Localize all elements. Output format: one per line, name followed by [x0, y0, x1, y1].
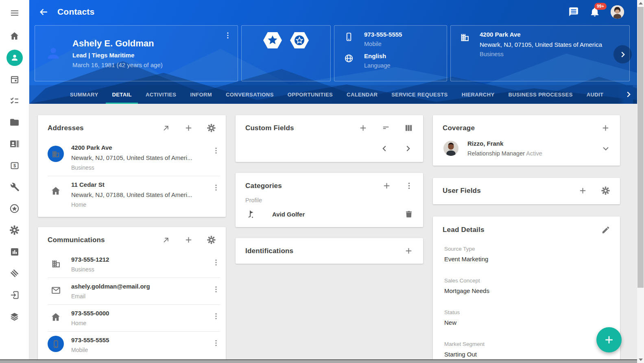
three-dot-menu-icon — [212, 339, 220, 347]
tab-hierarchy[interactable]: HIERARCHY — [455, 85, 502, 104]
three-dot-menu-icon — [224, 31, 232, 39]
page-previous-icon[interactable] — [380, 144, 389, 153]
lead-field-label: Status — [444, 309, 609, 315]
back-arrow-icon — [39, 7, 49, 17]
coverage-avatar — [443, 141, 458, 156]
columns-icon[interactable] — [404, 123, 413, 133]
envelope-icon — [51, 285, 61, 295]
communication-type: Home — [71, 320, 212, 326]
tab-audit[interactable]: AUDIT — [580, 85, 611, 104]
sidebar-item-tasks[interactable] — [0, 90, 29, 112]
contact-overflow-menu[interactable] — [224, 31, 232, 39]
back-button[interactable] — [39, 7, 49, 17]
scrollbar-up-button[interactable] — [637, 0, 644, 7]
lead-field-value: New — [444, 319, 609, 326]
tab-business-processes[interactable]: BUSINESS PROCESSES — [502, 85, 580, 104]
primary-address: 4200 Park Ave Newark, NJ, 07105, United … — [460, 31, 629, 57]
page-scrollbar[interactable] — [637, 0, 644, 363]
add-record-fab[interactable] — [596, 327, 622, 352]
open-list-icon[interactable] — [162, 236, 170, 245]
tab-summary[interactable]: SUMMARY — [63, 85, 105, 104]
add-custom-field-icon[interactable] — [358, 123, 368, 133]
sidebar-item-settings[interactable] — [0, 219, 29, 241]
lead-field-label: Sales Concept — [444, 278, 609, 284]
star-circle-hexagon-badge[interactable] — [290, 32, 309, 49]
add-communication-icon[interactable] — [184, 235, 193, 245]
primary-address-card: 4200 Park Ave Newark, NJ, 07105, United … — [450, 25, 630, 81]
add-user-field-icon[interactable] — [578, 186, 587, 195]
coverage-list-item[interactable]: Rizzo, Frank Relationship Manager Active — [433, 138, 620, 166]
add-category-icon[interactable] — [382, 181, 391, 190]
tab-service-requests[interactable]: SERVICE REQUESTS — [384, 85, 454, 104]
communication-list-item[interactable]: 973-555-1212 Business — [48, 251, 220, 278]
coverage-card: Coverage Rizzo, Frank Relationship Manag… — [433, 115, 620, 166]
coverage-expand-button[interactable] — [601, 144, 610, 153]
address-list-item[interactable]: 11 Cedar St Newark, NJ, 07188, United St… — [48, 176, 220, 213]
sort-icon[interactable] — [381, 123, 391, 133]
open-list-icon[interactable] — [162, 124, 170, 133]
phone-label: Mobile — [364, 41, 402, 47]
sidebar-item-tools[interactable] — [0, 176, 29, 198]
communication-row-menu[interactable] — [212, 312, 220, 320]
tab-conversations[interactable]: CONVERSATIONS — [219, 85, 281, 104]
categories-menu-icon[interactable] — [405, 182, 413, 190]
add-address-icon[interactable] — [184, 123, 193, 133]
addresses-settings-icon[interactable] — [207, 123, 216, 133]
communication-list-item[interactable]: 973-555-5555 Mobile — [48, 331, 220, 358]
tab-inform[interactable]: INFORM — [183, 85, 219, 104]
tab-activities[interactable]: ACTIVITIES — [139, 85, 183, 104]
lead-field-label: Market Segment — [444, 341, 609, 347]
tab-opportunities[interactable]: OPPORTUNITIES — [281, 85, 340, 104]
communication-row-menu[interactable] — [212, 258, 220, 267]
user-avatar[interactable] — [611, 5, 624, 19]
coverage-person-name: Rizzo, Frank — [467, 140, 542, 147]
notifications-button[interactable]: 99+ — [589, 7, 600, 17]
delete-category-button[interactable] — [404, 210, 413, 219]
hamburger-menu-button[interactable] — [0, 4, 29, 22]
add-identification-icon[interactable] — [404, 246, 413, 256]
star-hexagon-badge[interactable] — [263, 32, 282, 49]
sidebar-item-layers[interactable] — [0, 306, 29, 327]
sidebar-item-documents[interactable] — [0, 112, 29, 133]
communication-row-menu[interactable] — [212, 339, 220, 347]
sidebar-item-analytics[interactable] — [0, 241, 29, 262]
sidebar-item-rewards[interactable] — [0, 198, 29, 219]
scrollbar-thumb[interactable] — [637, 7, 644, 288]
sidebar-item-contact-cards[interactable] — [0, 133, 29, 155]
address-row-menu[interactable] — [212, 184, 220, 192]
page-next-icon[interactable] — [404, 144, 413, 153]
contact-role-company: Lead | Tiegs Maritime — [72, 52, 163, 59]
edit-lead-details-icon[interactable] — [601, 225, 610, 234]
three-dot-menu-icon — [212, 147, 220, 155]
sidebar-item-deals[interactable] — [0, 262, 29, 284]
tab-calendar[interactable]: CALENDAR — [340, 85, 384, 104]
category-list-item[interactable]: Avid Golfer — [236, 203, 423, 227]
user-fields-settings-icon[interactable] — [601, 186, 610, 195]
sidebar-item-calendar[interactable] — [0, 68, 29, 90]
add-coverage-icon[interactable] — [601, 123, 610, 133]
address-list-item[interactable]: 4200 Park Ave Newark, NJ, 07105, United … — [48, 139, 220, 176]
communication-list-item[interactable]: 973-555-0000 Home — [48, 304, 220, 331]
communication-value: ashely.goldman@email.org — [71, 282, 212, 290]
phone-language-card: 973-555-5555 Mobile English Language — [334, 25, 447, 81]
scrollbar-down-button[interactable] — [637, 356, 644, 363]
coverage-person-status: Active — [526, 150, 542, 157]
sidebar-item-contacts-active[interactable] — [0, 47, 29, 68]
communication-list-item[interactable]: ashely.goldman@email.org Email — [48, 278, 220, 304]
tabs-scroll-next-button[interactable] — [618, 85, 633, 104]
sidebar-item-billing[interactable]: $ — [0, 155, 29, 176]
address-row-menu[interactable] — [212, 147, 220, 155]
tab-detail[interactable]: DETAIL — [105, 85, 138, 104]
category-group-label: Profile — [236, 196, 423, 203]
category-label: Avid Golfer — [272, 211, 305, 218]
sidebar-item-home[interactable] — [0, 25, 29, 47]
language-value: English — [364, 52, 391, 59]
top-app-bar: Contacts 99+ — [29, 0, 637, 24]
communication-row-menu[interactable] — [212, 285, 220, 293]
communications-settings-icon[interactable] — [207, 235, 216, 245]
sidebar-item-sign-in[interactable] — [0, 284, 29, 306]
column-left: Addresses 4200 Park Ave Newark, NJ, 0710… — [38, 115, 226, 360]
hero-next-button[interactable] — [613, 45, 632, 63]
chat-button[interactable] — [568, 7, 579, 17]
address-label: Business — [480, 51, 602, 57]
